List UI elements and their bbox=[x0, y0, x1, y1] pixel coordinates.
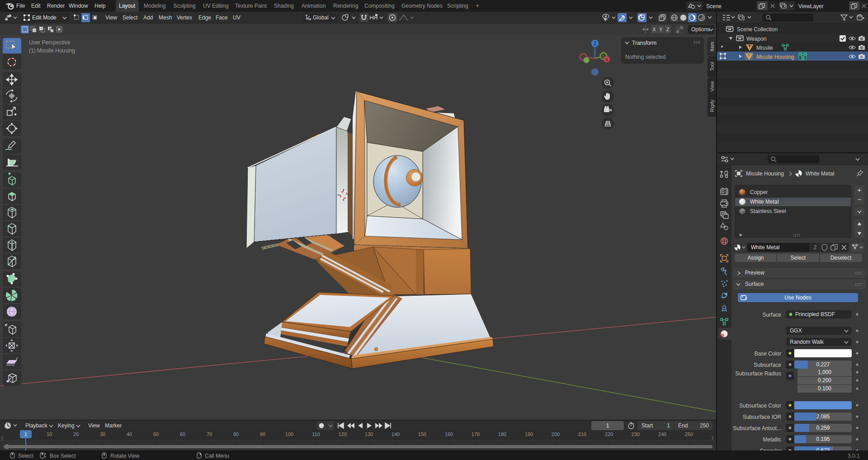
svg-text:Z: Z bbox=[594, 41, 596, 46]
svg-text:X: X bbox=[605, 57, 608, 62]
